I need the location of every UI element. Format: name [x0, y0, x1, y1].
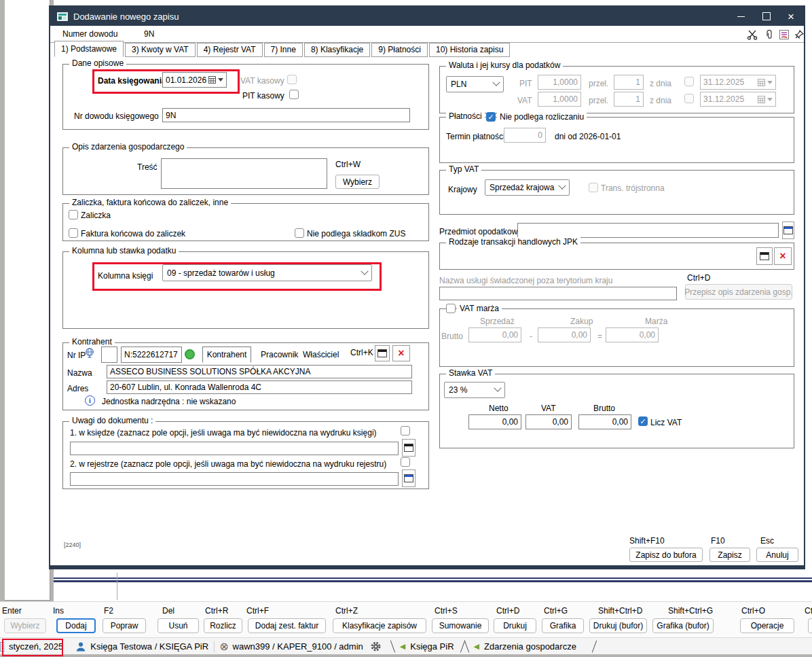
przedmiot-window-open-icon[interactable] [782, 221, 794, 239]
chevron-down-icon [494, 385, 501, 392]
shortcut-ctrl-s: Ctrl+S [435, 606, 458, 616]
przedmiot-opodatkowania-input[interactable] [517, 223, 779, 238]
dodaj-button[interactable]: Dodaj [56, 618, 96, 633]
kontrahent-type-tab-wlasciciel[interactable]: Właściciel [303, 350, 339, 359]
wybierz-tresc-button[interactable]: Wybierz [335, 175, 380, 189]
period-label[interactable]: styczeń, 2025 [9, 641, 63, 652]
dropdown-arrow-icon[interactable] [218, 78, 223, 82]
faktura-koncowa-checkbox[interactable] [69, 228, 78, 238]
brutto-input[interactable]: 0,00 [578, 414, 631, 429]
nazwa-input[interactable]: ASSECO BUSINESS SOLUTIONS SPÓŁKA AKCYJNA [107, 365, 412, 378]
close-icon[interactable] [779, 7, 802, 26]
klasyfikacje-zapisow-button[interactable]: Klasyfikacje zapisów [333, 618, 426, 633]
sumowanie-button[interactable]: Sumowanie [432, 618, 489, 633]
calendar-icon[interactable] [208, 76, 223, 84]
kontrahent-delete-icon[interactable] [392, 345, 410, 361]
vat-marza-checkbox[interactable] [446, 304, 456, 313]
view-tab-ksiega-pir[interactable]: Księga PiR [410, 641, 454, 652]
tab-platnosci[interactable]: 9) Płatności [371, 43, 428, 57]
nr-dowodu-ksiegowego-input[interactable]: 9N [162, 108, 410, 122]
uwaga-ksiega-checkbox[interactable] [401, 426, 410, 436]
popraw-button[interactable]: Popraw [103, 618, 146, 633]
anuluj-shortcut: Esc [760, 536, 774, 546]
wybierz-button[interactable]: Wybierz [4, 618, 46, 633]
window-bottom-strip [0, 654, 812, 657]
clipped-button[interactable] [808, 618, 812, 633]
nip-input[interactable]: N:5222612717 [121, 347, 182, 363]
uwaga-ksiega-window-open-icon[interactable] [402, 439, 416, 457]
kurs-pit-input: 1,0000 [538, 75, 581, 90]
drukuj-button[interactable]: Drukuj [494, 618, 536, 633]
kontrahent-type-tab-kontrahent[interactable]: Kontrahent [202, 347, 251, 363]
licz-vat-checkbox[interactable] [638, 416, 648, 426]
marza-sprzedaz-input: 0,00 [468, 327, 521, 342]
netto-input[interactable]: 0,00 [468, 414, 521, 429]
zapisz-do-bufora-button[interactable]: Zapisz do bufora [629, 548, 703, 562]
przel-vat-label: przel. [589, 96, 608, 105]
tab-klasyfikacje[interactable]: 8) Klasyfikacje [304, 43, 370, 57]
cut-scissors-icon[interactable] [747, 29, 758, 40]
nie-podlega-rozliczaniu-checkbox[interactable] [486, 112, 496, 122]
stawka-vat-select[interactable]: 23 % [444, 382, 505, 398]
notes-icon[interactable] [779, 29, 790, 40]
nazwa-uslugi-label: Nazwa usługi świadczonej poza terytorium… [439, 276, 612, 285]
marza-header-zakup: Zakup [570, 317, 593, 326]
rozlicz-button[interactable]: Rozlicz [204, 618, 242, 633]
zaliczka-checkbox[interactable] [69, 210, 78, 219]
stawka-header-vat: VAT [541, 404, 556, 413]
app-icon [57, 12, 68, 21]
kurs-vat-label: VAT [517, 96, 532, 105]
company-label[interactable]: Księga Testowa / KSIĘGA PiR [90, 641, 208, 652]
tab-historia-zapisu[interactable]: 10) Historia zapisu [429, 43, 510, 57]
statusbar-divider [214, 641, 215, 652]
pit-kasowy-checkbox[interactable] [289, 90, 299, 99]
anuluj-button[interactable]: Anuluj [756, 548, 798, 562]
grafika-button[interactable]: Grafika [542, 618, 584, 633]
kolumna-ksiegi-select[interactable]: 09 - sprzedaż towarów i usług [162, 264, 372, 281]
krajowy-select[interactable]: Sprzedaż krajowa [485, 179, 570, 196]
group-zaliczka-legend: Zaliczka, faktura końcowa do zaliczek, i… [69, 198, 231, 207]
nazwa-uslugi-input[interactable] [439, 287, 677, 300]
uwaga-rejestr-input[interactable] [70, 472, 399, 486]
tresc-label: Treść [137, 162, 158, 172]
kontrahent-window-open-icon[interactable] [375, 345, 390, 361]
uwaga-rejestr-window-open-icon[interactable] [402, 469, 416, 487]
numer-dowodu-value: 9N [144, 29, 154, 39]
uwaga-ksiega-input[interactable] [70, 442, 399, 455]
jpk-delete-icon[interactable] [774, 247, 792, 265]
jpk-window-open-icon[interactable] [756, 247, 773, 265]
maximize-icon[interactable] [755, 7, 778, 26]
globe-icon[interactable] [84, 347, 95, 358]
tab-rejestr-vat[interactable]: 4) Rejestr VAT [197, 43, 263, 57]
data-ksiegowania-field[interactable]: 01.01.2026 [162, 72, 227, 88]
pin-icon[interactable] [794, 29, 805, 40]
zapisz-button[interactable]: Zapisz [709, 548, 750, 562]
tab-inne[interactable]: 7) Inne [264, 43, 303, 57]
z-dnia-vat-checkbox [684, 94, 694, 103]
dodaj-zest-faktur-button[interactable]: Dodaj zest. faktur [248, 618, 326, 633]
przepisz-opis-button[interactable]: Przepisz opis zdarzenia gosp. [685, 284, 792, 300]
grafika-bufor-button[interactable]: Grafika (bufor) [652, 618, 714, 633]
dialog-titlebar[interactable]: Dodawanie nowego zapisu [50, 7, 804, 26]
marza-equals-sign: = [597, 332, 602, 341]
paperclip-icon[interactable] [764, 29, 775, 40]
uwaga-rejestr-checkbox[interactable] [401, 457, 410, 467]
tab-podstawowe[interactable]: 1) Podstawowe [54, 41, 124, 57]
waluta-select[interactable]: PLN [446, 76, 504, 92]
tab-kwoty-w-vat[interactable]: 3) Kwoty w VAT [125, 43, 196, 57]
ip-prefix-input[interactable] [101, 347, 117, 363]
drukuj-bufor-button[interactable]: Drukuj (bufor) [589, 618, 647, 633]
minimize-icon[interactable] [729, 7, 752, 26]
nr-dowodu-ksiegowego-label: Nr dowodu księgowego [74, 111, 159, 121]
nie-podlega-zus-checkbox[interactable] [295, 228, 304, 238]
usun-button[interactable]: Usuń [158, 618, 199, 633]
przel-pit-label: przel. [589, 79, 608, 88]
vat-input[interactable]: 0,00 [525, 414, 572, 429]
settings-icon[interactable] [370, 641, 382, 652]
view-tab-zdarzenia[interactable]: Zdarzenia gospodarcze [484, 641, 576, 652]
kontrahent-type-tab-pracownik[interactable]: Pracownik [261, 350, 298, 359]
tresc-textarea[interactable] [161, 158, 327, 189]
operacje-button[interactable]: Operacje [740, 618, 794, 633]
adres-input[interactable]: 20-607 Lublin, ul. Konrada Wallenroda 4C [107, 380, 412, 394]
session-label[interactable]: wawn399 / KAPER_9100 / admin [233, 641, 363, 652]
